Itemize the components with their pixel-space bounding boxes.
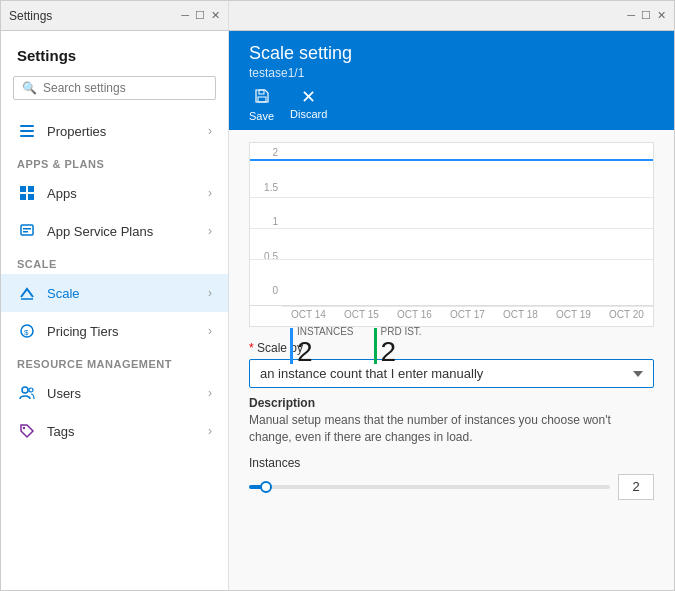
- sidebar-item-label-app-service-plans: App Service Plans: [47, 224, 208, 239]
- sidebar-item-label-pricing-tiers: Pricing Tiers: [47, 324, 208, 339]
- tags-chevron-icon: ›: [208, 424, 212, 438]
- search-box[interactable]: 🔍: [13, 76, 216, 100]
- svg-rect-4: [28, 186, 34, 192]
- svg-rect-0: [20, 125, 34, 127]
- section-label-scale: SCALE: [1, 250, 228, 274]
- svg-rect-15: [258, 97, 266, 102]
- sidebar-item-label-apps: Apps: [47, 186, 208, 201]
- svg-text:$: $: [24, 328, 29, 337]
- chart-x-label-oct16: OCT 16: [388, 307, 441, 322]
- settings-maximize-btn[interactable]: ☐: [195, 9, 205, 22]
- apps-icon: [17, 183, 37, 203]
- main-close-btn[interactable]: ✕: [657, 9, 666, 22]
- sidebar-item-users[interactable]: Users ›: [1, 374, 228, 412]
- svg-rect-7: [21, 225, 33, 235]
- pricing-tiers-chevron-icon: ›: [208, 324, 212, 338]
- svg-rect-3: [20, 186, 26, 192]
- chart-area: 2 1.5 1 0.5 0: [249, 142, 654, 327]
- users-chevron-icon: ›: [208, 386, 212, 400]
- sidebar-item-app-service-plans[interactable]: App Service Plans ›: [1, 212, 228, 250]
- svg-rect-8: [23, 228, 31, 230]
- metric-prd-ist: PRD IST. 2: [374, 326, 422, 366]
- svg-rect-1: [20, 130, 34, 132]
- settings-close-btn[interactable]: ✕: [211, 9, 220, 22]
- save-icon: [254, 88, 270, 108]
- sidebar-item-scale[interactable]: Scale ›: [1, 274, 228, 312]
- toolbar: Save ✕ Discard: [249, 88, 654, 122]
- save-button[interactable]: Save: [249, 88, 274, 122]
- svg-point-12: [22, 387, 28, 393]
- chart-x-label-oct19: OCT 19: [547, 307, 600, 322]
- slider-track: [249, 485, 610, 489]
- chart-x-label-oct15: OCT 15: [335, 307, 388, 322]
- main-body: 2 1.5 1 0.5 0: [229, 130, 674, 590]
- instances-section: Instances 2: [249, 456, 654, 500]
- discard-icon: ✕: [301, 88, 316, 106]
- apps-chevron-icon: ›: [208, 186, 212, 200]
- svg-point-14: [23, 427, 25, 429]
- svg-point-13: [29, 388, 33, 392]
- search-input[interactable]: [43, 81, 207, 95]
- pricing-tiers-icon: $: [17, 321, 37, 341]
- svg-rect-6: [28, 194, 34, 200]
- description-title: Description: [249, 396, 654, 410]
- chart-x-label-oct20: OCT 20: [600, 307, 653, 322]
- users-icon: [17, 383, 37, 403]
- instances-slider[interactable]: [249, 477, 610, 497]
- slider-thumb[interactable]: [260, 481, 272, 493]
- chart-line: [250, 159, 653, 161]
- instances-count: 2: [618, 474, 654, 500]
- sidebar-item-pricing-tiers[interactable]: $ Pricing Tiers ›: [1, 312, 228, 350]
- discard-label: Discard: [290, 108, 327, 120]
- main-content: Scale setting testase1/1 Save ✕ Discard: [229, 31, 674, 590]
- sidebar-item-label-scale: Scale: [47, 286, 208, 301]
- scale-icon: [17, 283, 37, 303]
- tags-icon: [17, 421, 37, 441]
- chart-x-label-oct14: OCT 14: [282, 307, 335, 322]
- metric-instances: INSTANCES 2: [290, 326, 354, 366]
- main-maximize-btn[interactable]: ☐: [641, 9, 651, 22]
- description-section: Description Manual setup means that the …: [249, 396, 654, 446]
- chart-metrics: INSTANCES 2 PRD IST. 2: [282, 322, 653, 370]
- page-title: Scale setting: [249, 43, 654, 64]
- chart-x-axis: OCT 14 OCT 15 OCT 16 OCT 17 OCT 18 OCT 1…: [282, 306, 653, 322]
- sidebar-title: Settings: [1, 31, 228, 76]
- metric-value-instances: 2: [297, 338, 354, 366]
- chart-x-label-oct17: OCT 17: [441, 307, 494, 322]
- discard-button[interactable]: ✕ Discard: [290, 88, 327, 122]
- sidebar: Settings 🔍 Properties › APPS & PLANS App…: [1, 31, 229, 590]
- sidebar-item-tags[interactable]: Tags ›: [1, 412, 228, 450]
- svg-rect-2: [20, 135, 34, 137]
- description-text: Manual setup means that the number of in…: [249, 412, 654, 446]
- main-minimize-btn[interactable]: ─: [627, 9, 635, 22]
- app-service-plans-chevron-icon: ›: [208, 224, 212, 238]
- properties-icon: [17, 121, 37, 141]
- sidebar-item-label-users: Users: [47, 386, 208, 401]
- instances-label: Instances: [249, 456, 654, 470]
- app-service-plans-icon: [17, 221, 37, 241]
- page-subtitle: testase1/1: [249, 66, 654, 80]
- main-header: Scale setting testase1/1 Save ✕ Discard: [229, 31, 674, 130]
- chart-x-label-oct18: OCT 18: [494, 307, 547, 322]
- sidebar-item-properties[interactable]: Properties ›: [1, 112, 228, 150]
- sidebar-item-apps[interactable]: Apps ›: [1, 174, 228, 212]
- section-label-apps-plans: APPS & PLANS: [1, 150, 228, 174]
- sidebar-item-label-tags: Tags: [47, 424, 208, 439]
- settings-minimize-btn[interactable]: ─: [181, 9, 189, 22]
- svg-rect-9: [23, 231, 28, 233]
- properties-chevron-icon: ›: [208, 124, 212, 138]
- metric-bar-prd-ist: [374, 328, 377, 364]
- svg-rect-5: [20, 194, 26, 200]
- scale-chevron-icon: ›: [208, 286, 212, 300]
- instances-row: 2: [249, 474, 654, 500]
- save-label: Save: [249, 110, 274, 122]
- search-icon: 🔍: [22, 81, 37, 95]
- metric-bar-instances: [290, 328, 293, 364]
- metric-value-prd-ist: 2: [381, 338, 422, 366]
- settings-window-title: Settings: [9, 9, 52, 23]
- sidebar-item-label-properties: Properties: [47, 124, 208, 139]
- section-label-resource-management: RESOURCE MANAGEMENT: [1, 350, 228, 374]
